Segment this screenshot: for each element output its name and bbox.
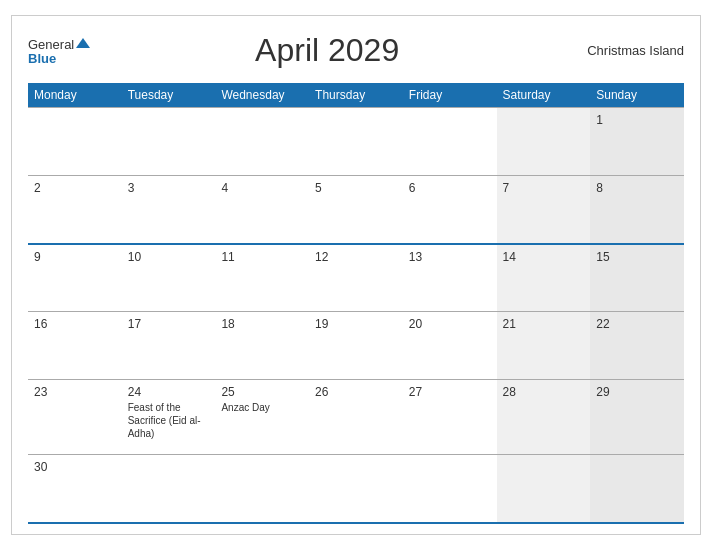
calendar-cell: 10 xyxy=(122,244,216,312)
calendar-cell xyxy=(590,455,684,523)
day-number: 14 xyxy=(503,250,585,264)
calendar-cell: 25Anzac Day xyxy=(215,380,309,455)
calendar-cell: 3 xyxy=(122,176,216,244)
calendar-cell: 5 xyxy=(309,176,403,244)
calendar-row: 30 xyxy=(28,455,684,523)
holiday-label: Anzac Day xyxy=(221,401,303,414)
calendar-container: General Blue April 2029 Christmas Island… xyxy=(11,15,701,535)
day-number: 29 xyxy=(596,385,678,399)
weekday-header-thursday: Thursday xyxy=(309,83,403,108)
day-number: 16 xyxy=(34,317,116,331)
day-number: 28 xyxy=(503,385,585,399)
calendar-cell: 2 xyxy=(28,176,122,244)
weekday-header-saturday: Saturday xyxy=(497,83,591,108)
day-number: 3 xyxy=(128,181,210,195)
logo-general: General xyxy=(28,36,90,52)
day-number: 9 xyxy=(34,250,116,264)
weekday-header-sunday: Sunday xyxy=(590,83,684,108)
calendar-row: 1 xyxy=(28,108,684,176)
calendar-cell xyxy=(497,108,591,176)
day-number: 12 xyxy=(315,250,397,264)
calendar-cell xyxy=(309,455,403,523)
calendar-cell: 29 xyxy=(590,380,684,455)
day-number: 20 xyxy=(409,317,491,331)
calendar-cell: 15 xyxy=(590,244,684,312)
calendar-cell: 11 xyxy=(215,244,309,312)
calendar-cell xyxy=(497,455,591,523)
calendar-cell: 23 xyxy=(28,380,122,455)
calendar-row: 2345678 xyxy=(28,176,684,244)
calendar-cell: 4 xyxy=(215,176,309,244)
calendar-cell: 22 xyxy=(590,312,684,380)
day-number: 21 xyxy=(503,317,585,331)
month-title: April 2029 xyxy=(90,32,564,69)
calendar-cell: 1 xyxy=(590,108,684,176)
day-number: 26 xyxy=(315,385,397,399)
day-number: 24 xyxy=(128,385,210,399)
calendar-cell: 20 xyxy=(403,312,497,380)
calendar-cell: 14 xyxy=(497,244,591,312)
day-number: 10 xyxy=(128,250,210,264)
calendar-cell: 24Feast of the Sacrifice (Eid al-Adha) xyxy=(122,380,216,455)
day-number: 19 xyxy=(315,317,397,331)
day-number: 15 xyxy=(596,250,678,264)
calendar-cell xyxy=(28,108,122,176)
calendar-cell: 7 xyxy=(497,176,591,244)
region-label: Christmas Island xyxy=(564,43,684,58)
day-number: 5 xyxy=(315,181,397,195)
calendar-cell xyxy=(215,455,309,523)
calendar-row: 9101112131415 xyxy=(28,244,684,312)
day-number: 30 xyxy=(34,460,116,474)
calendar-cell: 27 xyxy=(403,380,497,455)
calendar-cell xyxy=(403,108,497,176)
calendar-cell: 26 xyxy=(309,380,403,455)
logo: General Blue xyxy=(28,36,90,65)
day-number: 23 xyxy=(34,385,116,399)
day-number: 27 xyxy=(409,385,491,399)
weekday-header-friday: Friday xyxy=(403,83,497,108)
calendar-cell: 30 xyxy=(28,455,122,523)
calendar-header: General Blue April 2029 Christmas Island xyxy=(28,32,684,69)
day-number: 6 xyxy=(409,181,491,195)
calendar-table: MondayTuesdayWednesdayThursdayFridaySatu… xyxy=(28,83,684,524)
calendar-cell: 28 xyxy=(497,380,591,455)
calendar-cell: 12 xyxy=(309,244,403,312)
calendar-cell xyxy=(309,108,403,176)
day-number: 18 xyxy=(221,317,303,331)
day-number: 4 xyxy=(221,181,303,195)
calendar-cell: 21 xyxy=(497,312,591,380)
logo-blue: Blue xyxy=(28,52,90,65)
calendar-cell xyxy=(403,455,497,523)
day-number: 22 xyxy=(596,317,678,331)
weekday-header-wednesday: Wednesday xyxy=(215,83,309,108)
calendar-cell: 19 xyxy=(309,312,403,380)
calendar-header-row: MondayTuesdayWednesdayThursdayFridaySatu… xyxy=(28,83,684,108)
holiday-label: Feast of the Sacrifice (Eid al-Adha) xyxy=(128,401,210,440)
calendar-cell xyxy=(215,108,309,176)
calendar-cell xyxy=(122,108,216,176)
calendar-cell xyxy=(122,455,216,523)
weekday-header-tuesday: Tuesday xyxy=(122,83,216,108)
day-number: 7 xyxy=(503,181,585,195)
calendar-cell: 16 xyxy=(28,312,122,380)
calendar-row: 2324Feast of the Sacrifice (Eid al-Adha)… xyxy=(28,380,684,455)
calendar-cell: 13 xyxy=(403,244,497,312)
calendar-cell: 17 xyxy=(122,312,216,380)
calendar-cell: 8 xyxy=(590,176,684,244)
day-number: 17 xyxy=(128,317,210,331)
day-number: 11 xyxy=(221,250,303,264)
day-number: 8 xyxy=(596,181,678,195)
day-number: 1 xyxy=(596,113,678,127)
day-number: 13 xyxy=(409,250,491,264)
calendar-row: 16171819202122 xyxy=(28,312,684,380)
calendar-cell: 6 xyxy=(403,176,497,244)
calendar-body: 123456789101112131415161718192021222324F… xyxy=(28,108,684,523)
day-number: 25 xyxy=(221,385,303,399)
calendar-cell: 18 xyxy=(215,312,309,380)
calendar-cell: 9 xyxy=(28,244,122,312)
day-number: 2 xyxy=(34,181,116,195)
weekday-header-monday: Monday xyxy=(28,83,122,108)
logo-triangle-icon xyxy=(76,38,90,48)
